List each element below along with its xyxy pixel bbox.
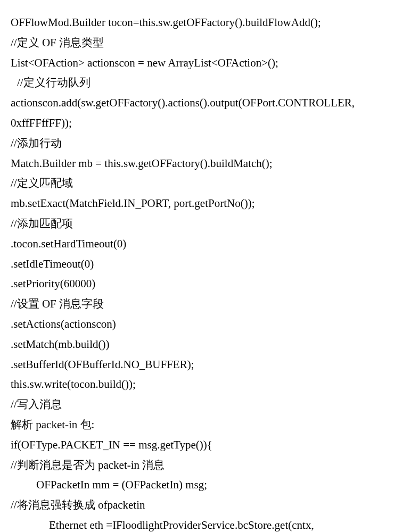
code-line: List<OFAction> actionscon = new ArrayLis… <box>11 53 400 73</box>
code-line: //设置 OF 消息字段 <box>11 294 400 314</box>
code-line: Ethernet eth =IFloodlightProviderService… <box>11 516 400 532</box>
code-line: //写入消息 <box>11 395 400 415</box>
code-line: //定义匹配域 <box>11 173 400 194</box>
code-line: //定义 OF 消息类型 <box>11 33 400 53</box>
code-line: actionscon.add(sw.getOFFactory().actions… <box>11 93 400 113</box>
code-line: Match.Builder mb = this.sw.getOFFactory(… <box>11 154 400 174</box>
code-line: .setMatch(mb.build()) <box>11 335 400 355</box>
code-line: OFFlowMod.Builder tocon=this.sw.getOFFac… <box>11 13 400 33</box>
code-line: //判断消息是否为 packet-in 消息 <box>11 455 400 476</box>
code-line: //添加匹配项 <box>11 214 400 234</box>
code-line: 解析 packet-in 包: <box>11 415 400 435</box>
code-line: 0xffFFffFF)); <box>11 113 400 134</box>
code-line: //将消息强转换成 ofpacketin <box>11 495 400 516</box>
code-line: .setIdleTimeout(0) <box>11 254 400 275</box>
code-line: .tocon.setHardTimeout(0) <box>11 234 400 254</box>
code-line: //添加行动 <box>11 134 400 154</box>
code-line: OFPacketIn mm = (OFPacketIn) msg; <box>11 475 400 495</box>
code-line: mb.setExact(MatchField.IN_PORT, port.get… <box>11 194 400 214</box>
code-block: OFFlowMod.Builder tocon=this.sw.getOFFac… <box>11 13 400 532</box>
code-line: if(OFType.PACKET_IN == msg.getType()){ <box>11 435 400 455</box>
code-line: //定义行动队列 <box>11 73 400 93</box>
code-line: this.sw.write(tocon.build()); <box>11 375 400 395</box>
code-line: .setBufferId(OFBufferId.NO_BUFFER); <box>11 355 400 375</box>
code-line: .setActions(actionscon) <box>11 314 400 335</box>
code-line: .setPriority(60000) <box>11 274 400 294</box>
